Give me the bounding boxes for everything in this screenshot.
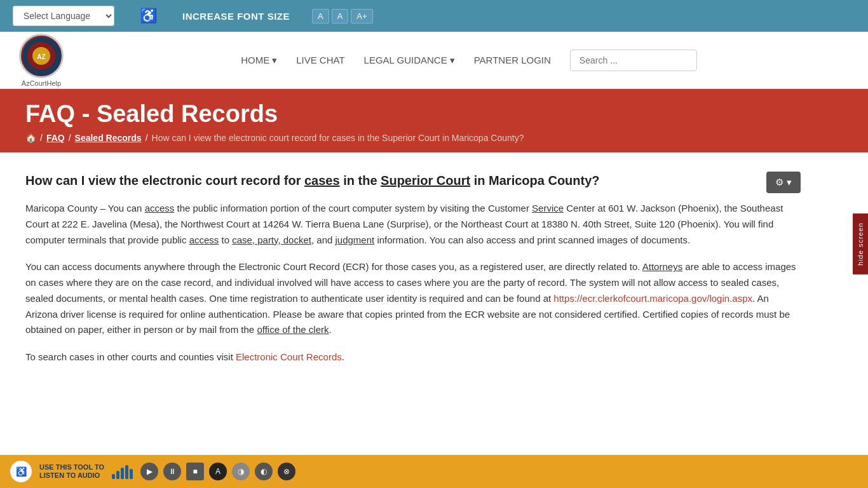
- breadcrumb-sealed-records[interactable]: Sealed Records: [75, 133, 142, 143]
- question-heading: How can I view the electronic court reco…: [25, 172, 801, 189]
- main-navigation: HOME ▾ LIVE CHAT LEGAL GUIDANCE ▾ PARTNE…: [89, 50, 849, 71]
- font-size-large-button[interactable]: A+: [351, 9, 372, 24]
- nav-partner-login[interactable]: PARTNER LOGIN: [474, 55, 551, 65]
- nav-live-chat-label: LIVE CHAT: [296, 55, 344, 65]
- nav-home-chevron: ▾: [272, 55, 277, 66]
- nav-home-label: HOME: [241, 55, 269, 65]
- font-size-medium-button[interactable]: A: [332, 9, 349, 24]
- gear-icon: ⚙: [775, 177, 783, 188]
- page-title-bar: FAQ - Sealed Records 🏠 / FAQ / Sealed Re…: [0, 89, 868, 152]
- breadcrumb-sep1: /: [40, 133, 43, 143]
- search-input[interactable]: [570, 50, 697, 71]
- paragraph-2: You can access documents anywhere throug…: [25, 259, 801, 338]
- nav-home[interactable]: HOME ▾: [241, 55, 277, 66]
- nav-partner-login-label: PARTNER LOGIN: [474, 55, 551, 65]
- breadcrumb-sep2: /: [69, 133, 71, 143]
- breadcrumb-current: How can I view the electronic court reco…: [152, 133, 524, 143]
- language-selector[interactable]: Select Language: [13, 6, 114, 26]
- hide-screen-label: hide screen: [853, 214, 868, 274]
- main-content: ⚙ ▾ How can I view the electronic court …: [0, 152, 826, 396]
- paragraph-1: Maricopa County – You can access the pub…: [25, 201, 801, 248]
- breadcrumb-home-icon[interactable]: 🏠: [25, 133, 36, 143]
- logo-area[interactable]: AZ AzCourtHelp: [19, 34, 64, 87]
- ecr-link[interactable]: https://ecr.clerkofcourt.maricopa.gov/lo…: [553, 293, 752, 304]
- page-title: FAQ - Sealed Records: [25, 100, 843, 128]
- paragraph-3: To search cases in other courts and coun…: [25, 349, 801, 365]
- main-header: AZ AzCourtHelp HOME ▾ LIVE CHAT LEGAL GU…: [0, 32, 868, 89]
- breadcrumb-faq[interactable]: FAQ: [46, 133, 65, 143]
- nav-live-chat[interactable]: LIVE CHAT: [296, 55, 344, 65]
- top-bar: Select Language ♿ INCREASE FONT SIZE A A…: [0, 0, 868, 32]
- breadcrumb: 🏠 / FAQ / Sealed Records / How can I vie…: [25, 133, 843, 143]
- logo-label: AzCourtHelp: [22, 79, 61, 87]
- nav-legal-guidance[interactable]: LEGAL GUIDANCE ▾: [364, 55, 455, 66]
- nav-legal-guidance-chevron: ▾: [450, 55, 455, 66]
- font-size-small-button[interactable]: A: [312, 9, 329, 24]
- breadcrumb-sep3: /: [146, 133, 148, 143]
- hide-screen-tab[interactable]: hide screen: [853, 214, 868, 274]
- settings-button[interactable]: ⚙ ▾: [766, 172, 801, 193]
- svg-text:AZ: AZ: [37, 53, 45, 60]
- electronic-court-records-link[interactable]: Electronic Court Records: [236, 351, 342, 362]
- font-size-buttons: A A A+: [312, 9, 373, 24]
- settings-dropdown-arrow: ▾: [787, 177, 792, 188]
- accessibility-icon: ♿: [140, 8, 157, 24]
- logo-image: AZ: [19, 34, 64, 78]
- nav-legal-guidance-label: LEGAL GUIDANCE: [364, 55, 447, 65]
- font-size-label: INCREASE FONT SIZE: [182, 11, 290, 22]
